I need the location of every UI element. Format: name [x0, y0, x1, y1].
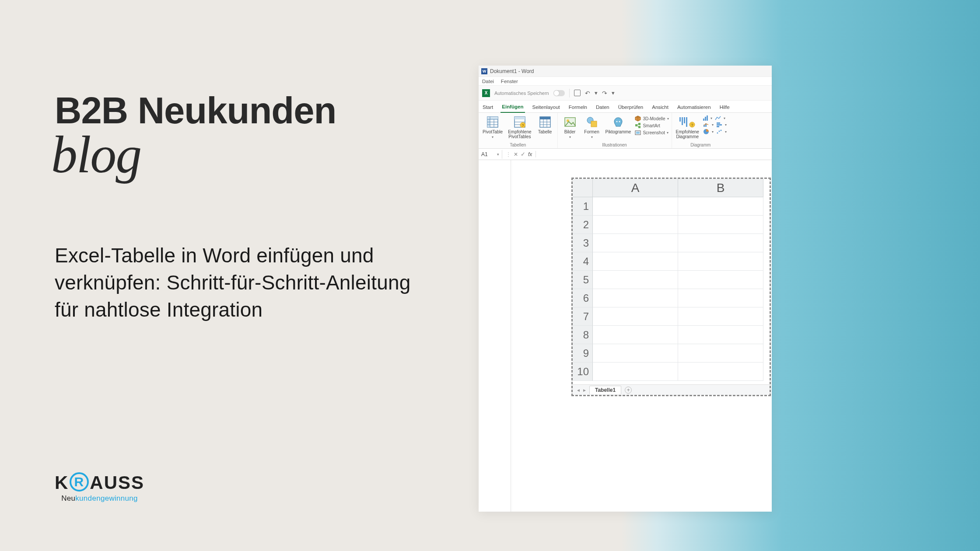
cell[interactable] [593, 326, 678, 344]
row-header[interactable]: 6 [573, 289, 593, 307]
row-header[interactable]: 4 [573, 252, 593, 271]
pictures-button[interactable]: Bilder ▾ [560, 115, 580, 140]
tab-formeln[interactable]: Formeln [567, 102, 588, 112]
recommended-charts-label: Empfohlene Diagramme [676, 129, 699, 139]
cell[interactable] [593, 307, 678, 326]
cell[interactable] [678, 216, 763, 234]
pie-chart-icon[interactable] [703, 129, 709, 135]
cell[interactable] [678, 234, 763, 252]
subtitle: Excel-Tabelle in Word einfügen und verkn… [55, 242, 418, 323]
smartart-button[interactable]: SmartArt [635, 122, 668, 129]
cell[interactable] [678, 344, 763, 363]
recommended-charts-button[interactable]: ? Empfohlene Diagramme [675, 115, 700, 140]
ribbon-tabs: Start Einfügen Seitenlayout Formeln Date… [479, 101, 772, 113]
menu-fenster[interactable]: Fenster [501, 79, 518, 84]
fx-icon[interactable]: fx [528, 151, 532, 157]
formula-input[interactable] [536, 149, 772, 160]
redo-icon[interactable]: ↷ [602, 90, 607, 97]
row-header[interactable]: 1 [573, 197, 593, 216]
cell[interactable] [678, 252, 763, 271]
pivottable-label: PivotTable [483, 129, 503, 134]
cell[interactable] [678, 289, 763, 307]
cell[interactable] [678, 307, 763, 326]
tab-daten[interactable]: Daten [595, 102, 611, 112]
document-area[interactable]: A B 1 2 3 4 5 6 7 8 9 10 ◂ ▸ Tabelle1 + [479, 160, 772, 512]
cell[interactable] [593, 344, 678, 363]
cell[interactable] [678, 271, 763, 289]
name-box[interactable]: A1 ▾ [479, 150, 502, 159]
svg-rect-30 [638, 123, 640, 125]
tab-hilfe[interactable]: Hilfe [718, 102, 731, 112]
pivottable-button[interactable]: PivotTable ▾ [481, 115, 504, 140]
tab-ueberpruefen[interactable]: Überprüfen [617, 102, 645, 112]
cell[interactable] [593, 234, 678, 252]
table-button[interactable]: Tabelle [536, 115, 555, 135]
chevron-down-icon[interactable]: ▾ [725, 130, 727, 134]
svg-rect-35 [636, 132, 640, 134]
chevron-down-icon[interactable]: ▾ [712, 130, 714, 134]
scatter-chart-icon[interactable] [716, 129, 722, 134]
column-header-a[interactable]: A [593, 179, 678, 197]
qat-customize-icon[interactable]: ▾ [612, 90, 615, 96]
svg-rect-42 [717, 126, 719, 127]
cell[interactable] [593, 289, 678, 307]
column-header-b[interactable]: B [678, 179, 763, 197]
pivottable-icon [487, 115, 498, 129]
logo-r-circle: R [70, 472, 89, 492]
tab-seitenlayout[interactable]: Seitenlayout [531, 102, 561, 112]
undo-icon[interactable]: ↶ [585, 90, 590, 97]
svg-text:?: ? [691, 123, 693, 127]
menubar: Datei Fenster [479, 77, 772, 86]
cell[interactable] [593, 197, 678, 216]
chevron-down-icon[interactable]: ▾ [712, 123, 714, 127]
row-header[interactable]: 3 [573, 234, 593, 252]
cancel-icon[interactable]: ✕ [514, 151, 518, 157]
cell[interactable] [678, 197, 763, 216]
sheet-nav-next-icon[interactable]: ▸ [583, 387, 586, 393]
embedded-excel-object[interactable]: A B 1 2 3 4 5 6 7 8 9 10 ◂ ▸ Tabelle1 + [571, 178, 771, 396]
cell[interactable] [678, 326, 763, 344]
tab-ansicht[interactable]: Ansicht [651, 102, 670, 112]
undo-dropdown-icon[interactable]: ▾ [595, 90, 598, 96]
row-header[interactable]: 8 [573, 326, 593, 344]
menu-datei[interactable]: Datei [482, 79, 494, 84]
save-icon[interactable] [574, 90, 581, 96]
cell[interactable] [678, 363, 763, 381]
recommended-pivots-button[interactable]: ? Empfohlene PivotTables [507, 115, 532, 140]
3d-models-button[interactable]: 3D-Modelle ▾ [635, 115, 668, 122]
icons-button[interactable]: Piktogramme [604, 115, 633, 135]
row-header[interactable]: 10 [573, 363, 593, 381]
svg-point-44 [717, 133, 718, 134]
line-chart-icon[interactable] [715, 115, 721, 121]
add-sheet-icon[interactable]: + [625, 387, 632, 394]
select-all-corner[interactable] [573, 179, 593, 197]
tab-einfuegen[interactable]: Einfügen [500, 101, 525, 113]
column-chart-icon[interactable] [703, 115, 708, 121]
sheet-nav-prev-icon[interactable]: ◂ [577, 387, 580, 393]
sheet-tab[interactable]: Tabelle1 [589, 386, 621, 394]
cell[interactable] [593, 216, 678, 234]
ribbon: PivotTable ▾ ? Empfohlene PivotTables Ta… [479, 113, 772, 149]
row-header[interactable]: 2 [573, 216, 593, 234]
chevron-down-icon[interactable]: ▾ [724, 116, 725, 120]
cell[interactable] [593, 363, 678, 381]
chevron-down-icon: ▾ [569, 135, 571, 139]
cell[interactable] [593, 271, 678, 289]
svg-rect-41 [717, 124, 722, 126]
row-header[interactable]: 9 [573, 344, 593, 363]
svg-text:?: ? [522, 123, 524, 128]
tab-start[interactable]: Start [481, 102, 494, 112]
cell[interactable] [593, 252, 678, 271]
chevron-down-icon[interactable]: ▾ [710, 116, 712, 120]
shapes-button[interactable]: Formen ▾ [582, 115, 602, 140]
row-header[interactable]: 7 [573, 307, 593, 326]
screenshot-button[interactable]: Screenshot ▾ [635, 129, 668, 136]
tab-automatisieren[interactable]: Automatisieren [676, 102, 712, 112]
row-header[interactable]: 5 [573, 271, 593, 289]
shapes-label: Formen [584, 129, 599, 134]
autosave-toggle[interactable] [553, 90, 565, 96]
chevron-down-icon[interactable]: ▾ [725, 123, 727, 127]
enter-icon[interactable]: ✓ [521, 151, 525, 157]
bar-chart-icon[interactable] [716, 122, 722, 127]
combo-chart-icon[interactable] [703, 122, 709, 127]
